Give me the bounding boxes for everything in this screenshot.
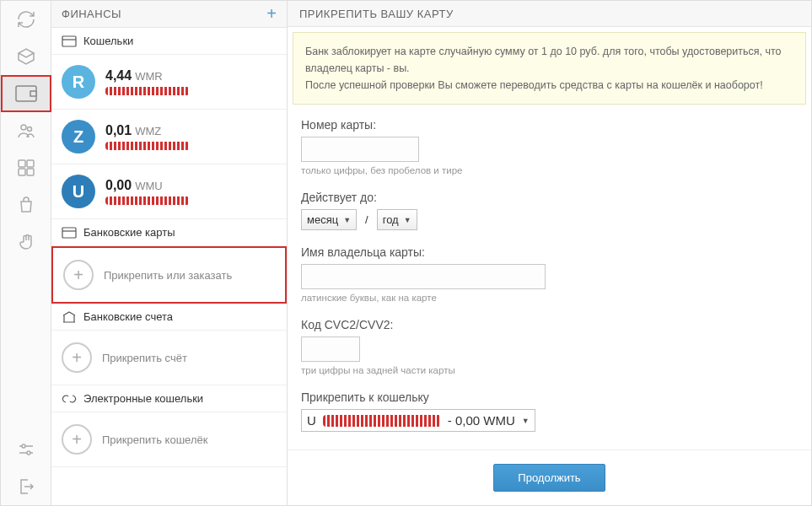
- wallet-currency: WMU: [135, 180, 163, 192]
- cvc-hint: три цифры на задней части карты: [301, 365, 798, 375]
- attach-card-label: Прикрепить или заказать: [104, 269, 232, 282]
- main-content: ПРИКРЕПИТЬ ВАШУ КАРТУ Банк заблокирует н…: [288, 1, 811, 505]
- finance-title: ФИНАНСЫ: [62, 8, 121, 20]
- attach-ewallet-action[interactable]: + Прикрепить кошелёк: [51, 412, 287, 467]
- info-line1: Банк заблокирует на карте случайную сумм…: [305, 43, 793, 77]
- add-button[interactable]: +: [266, 4, 277, 24]
- cvc-label: Код CVC2/CVV2:: [301, 318, 798, 331]
- attach-card-action[interactable]: + Прикрепить или заказать: [51, 246, 287, 304]
- plus-icon: +: [63, 260, 94, 290]
- wallet-number-redacted: [105, 87, 190, 95]
- svg-point-2: [21, 125, 26, 130]
- name-label: Имя владельца карты:: [301, 245, 798, 259]
- wallet-item-z[interactable]: Z 0,01WMZ: [51, 110, 287, 164]
- chevron-down-icon: ▼: [404, 216, 411, 224]
- card-number-input[interactable]: [301, 137, 419, 162]
- wallet-badge-r: R: [62, 65, 95, 99]
- apps-icon[interactable]: [1, 149, 51, 186]
- expiry-year-select[interactable]: год ▼: [377, 209, 417, 230]
- card-number-hint: только цифры, без пробелов и тире: [301, 165, 798, 175]
- attach-ewallet-label: Прикрепить кошелёк: [102, 433, 207, 446]
- contacts-icon[interactable]: [1, 112, 51, 149]
- svg-rect-5: [27, 160, 34, 167]
- plus-icon: +: [62, 342, 92, 373]
- svg-rect-12: [62, 36, 76, 46]
- wallet-number-redacted: [105, 196, 190, 205]
- svg-rect-7: [27, 169, 34, 175]
- expiry-label: Действует до:: [301, 191, 798, 204]
- ewallets-label: Электронные кошельки: [83, 392, 203, 405]
- wallet-select[interactable]: U - 0,00 WMU ▼: [301, 409, 535, 432]
- cards-section-header[interactable]: Банковские карты: [51, 219, 287, 246]
- wallet-balance: 4,44: [105, 68, 132, 83]
- wallet-prefix: U: [307, 413, 316, 428]
- svg-rect-1: [30, 91, 36, 96]
- attach-account-action[interactable]: + Прикрепить счёт: [51, 331, 287, 385]
- info-box: Банк заблокирует на карте случайную сумм…: [293, 32, 806, 105]
- wallet-icon[interactable]: [1, 75, 51, 112]
- shopping-icon[interactable]: [1, 186, 51, 223]
- accounts-section-header[interactable]: Банковские счета: [51, 304, 287, 331]
- wallet-balance: 0,00: [105, 178, 132, 192]
- info-line2: После успешной проверки Вы сможете перев…: [305, 77, 793, 94]
- wallet-badge-u: U: [62, 175, 95, 208]
- expiry-month-select[interactable]: месяц ▼: [301, 209, 357, 230]
- wallet-badge-z: Z: [62, 120, 95, 153]
- wallet-select-redacted: [323, 415, 441, 427]
- wallet-item-r[interactable]: R 4,44WMR: [51, 55, 287, 110]
- svg-rect-14: [62, 228, 76, 238]
- svg-rect-4: [19, 160, 25, 167]
- main-title: ПРИКРЕПИТЬ ВАШУ КАРТУ: [288, 1, 811, 27]
- icon-sidebar: [1, 1, 51, 505]
- hand-icon[interactable]: [1, 223, 51, 261]
- svg-rect-6: [19, 169, 25, 175]
- card-number-label: Номер карты:: [301, 118, 798, 132]
- expiry-year-value: год: [383, 213, 399, 226]
- wallet-balance: 0,01: [105, 123, 132, 137]
- wallet-number-redacted: [105, 142, 190, 150]
- name-hint: латинские буквы, как на карте: [301, 293, 798, 303]
- wallet-suffix: - 0,00 WMU: [448, 413, 515, 428]
- cardholder-name-input[interactable]: [301, 264, 546, 289]
- svg-point-11: [27, 451, 30, 455]
- cards-label: Банковские карты: [83, 226, 175, 239]
- cvc-input[interactable]: [301, 336, 360, 362]
- refresh-icon[interactable]: [1, 1, 51, 38]
- submit-button[interactable]: Продолжить: [493, 464, 605, 492]
- accounts-label: Банковские счета: [83, 310, 173, 323]
- plus-icon: +: [62, 424, 92, 455]
- ewallets-section-header[interactable]: Электронные кошельки: [51, 385, 287, 412]
- svg-point-3: [28, 127, 32, 132]
- svg-point-9: [22, 444, 25, 448]
- wallet-currency: WMR: [135, 70, 163, 83]
- settings-icon[interactable]: [1, 431, 51, 468]
- wallet-item-u[interactable]: U 0,00WMU: [51, 164, 287, 219]
- box-icon[interactable]: [1, 38, 51, 75]
- wallets-label: Кошельки: [83, 35, 133, 47]
- chevron-down-icon: ▼: [343, 216, 351, 224]
- wallets-section-header[interactable]: Кошельки: [51, 28, 287, 55]
- chevron-down-icon: ▼: [522, 417, 530, 425]
- expiry-separator: /: [365, 213, 368, 226]
- wallet-select-label: Прикрепить к кошельку: [301, 390, 798, 404]
- wallet-currency: WMZ: [135, 125, 161, 137]
- expiry-month-value: месяц: [307, 213, 338, 226]
- logout-icon[interactable]: [1, 468, 51, 505]
- attach-account-label: Прикрепить счёт: [102, 352, 187, 364]
- finance-panel: ФИНАНСЫ + Кошельки R 4,44WMR Z 0,01WMZ U: [51, 1, 288, 505]
